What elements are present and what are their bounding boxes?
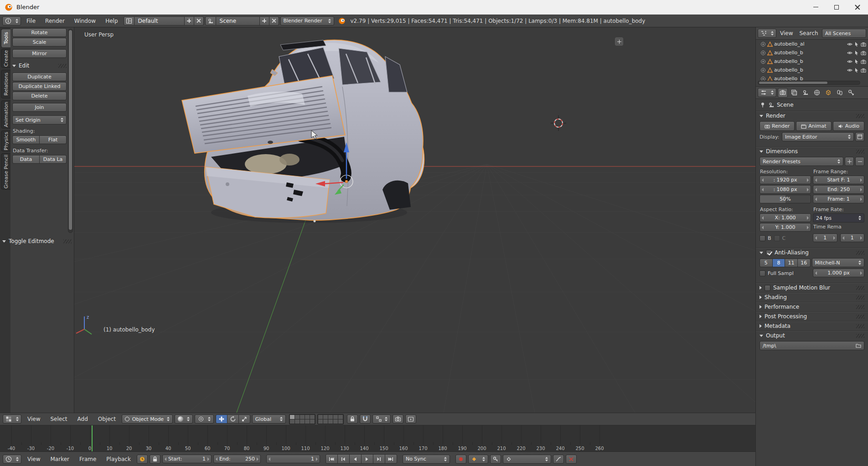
aa-samples-16-button[interactable]: 16: [797, 259, 811, 267]
outliner-scrollbar[interactable]: [758, 81, 860, 85]
sync-dropdown[interactable]: No Sync: [403, 455, 450, 464]
panel-grip[interactable]: [856, 251, 864, 255]
shelf-tab-tools[interactable]: Tools: [1, 29, 10, 48]
menu-help[interactable]: Help: [101, 16, 122, 26]
lock-to-scene-button[interactable]: [347, 414, 358, 424]
previous-keyframe-button[interactable]: [337, 454, 350, 464]
viewport-3d[interactable]: z User Persp (1) autobello_body: [74, 27, 755, 413]
panel-grip[interactable]: [856, 295, 864, 300]
keying-set-dropdown[interactable]: [468, 455, 488, 464]
render-section-header[interactable]: Render: [756, 111, 868, 120]
menu-file[interactable]: File: [22, 16, 40, 26]
visibility-eye-icon[interactable]: [847, 67, 852, 73]
post-processing-section-header[interactable]: Post Processing: [756, 312, 868, 321]
aspect-x-field[interactable]: X: 1.000: [760, 213, 811, 222]
jump-to-start-button[interactable]: [326, 454, 338, 464]
panel-grip[interactable]: [63, 239, 72, 243]
editor-type-button-info[interactable]: [2, 16, 21, 26]
outliner-scope-dropdown[interactable]: All Scenes: [822, 29, 866, 38]
duplicate-linked-button[interactable]: Duplicate Linked: [12, 82, 67, 91]
minimize-button[interactable]: [805, 0, 826, 14]
set-origin-dropdown[interactable]: Set Origin: [12, 115, 67, 124]
duplicate-button[interactable]: Duplicate: [12, 72, 67, 81]
shelf-tab-animation[interactable]: Animation: [1, 100, 10, 129]
tab-scene[interactable]: [801, 88, 811, 98]
outliner-item-name[interactable]: autobello_b: [774, 67, 846, 73]
frame-start-field[interactable]: Start: 1: [162, 455, 212, 463]
frame-end-field[interactable]: End: 250: [213, 455, 261, 463]
current-frame-indicator[interactable]: [92, 425, 93, 451]
frame-rate-dropdown[interactable]: 24 fps: [813, 213, 864, 223]
rotate-manipulator-button[interactable]: [227, 414, 239, 424]
renderability-icon[interactable]: [861, 67, 866, 73]
snap-element-dropdown[interactable]: [372, 414, 391, 424]
scrollbar-thumb[interactable]: [759, 82, 827, 84]
menu-view[interactable]: View: [23, 414, 44, 424]
menu-view[interactable]: View: [23, 455, 44, 464]
toolshelf-scrollbar[interactable]: [68, 29, 73, 233]
panel-grip[interactable]: [856, 334, 864, 338]
menu-select[interactable]: Select: [46, 414, 71, 424]
join-button[interactable]: Join: [12, 103, 67, 112]
panel-grip[interactable]: [58, 64, 67, 68]
checkbox-box[interactable]: [760, 235, 765, 241]
render-presets-dropdown[interactable]: Render Presets: [760, 157, 843, 166]
frame-step-field[interactable]: Frame: 1: [813, 195, 864, 203]
current-frame-field[interactable]: 1: [266, 455, 320, 463]
resolution-percentage-slider[interactable]: 50%: [760, 195, 811, 203]
aa-filter-dropdown[interactable]: Mitchell-N: [812, 258, 864, 267]
performance-section-header[interactable]: Performance: [756, 302, 868, 311]
menu-render[interactable]: Render: [41, 16, 69, 26]
shade-smooth-button[interactable]: Smooth: [12, 135, 40, 144]
pin-icon[interactable]: [760, 102, 766, 108]
anti-aliasing-checkbox[interactable]: [766, 250, 772, 256]
add-region-handle[interactable]: [615, 37, 623, 46]
render-animation-button[interactable]: Animat: [796, 121, 831, 131]
sampled-motion-blur-header[interactable]: Sampled Motion Blur: [756, 283, 868, 292]
insert-keyframe-button[interactable]: [490, 455, 501, 464]
layer-toggle[interactable]: [305, 415, 310, 419]
layer-toggle[interactable]: [295, 419, 300, 424]
tab-modifiers[interactable]: [846, 88, 856, 98]
pivot-point-dropdown[interactable]: [195, 414, 214, 424]
add-preset-button[interactable]: [845, 157, 854, 166]
render-engine-dropdown[interactable]: Blender Render: [280, 16, 334, 26]
layer-toggle[interactable]: [290, 419, 294, 424]
aa-samples-5-button[interactable]: 5: [760, 259, 773, 267]
layer-toggle[interactable]: [318, 415, 323, 419]
editor-type-button-3dview[interactable]: [3, 414, 21, 424]
layer-toggle[interactable]: [333, 415, 338, 419]
translate-manipulator-button[interactable]: [216, 414, 227, 424]
transform-orientation-dropdown[interactable]: Global: [252, 414, 286, 424]
menu-object[interactable]: Object: [94, 414, 120, 424]
remap-old-field[interactable]: 1: [813, 233, 837, 242]
car-model[interactable]: [182, 40, 424, 223]
layer-toggle[interactable]: [328, 419, 333, 424]
editor-type-button-outliner[interactable]: [758, 29, 776, 38]
resolution-x-field[interactable]: : 1920 px: [760, 176, 811, 184]
outliner-item[interactable]: autobello_b: [756, 57, 868, 66]
layer-toggle[interactable]: [323, 419, 328, 424]
display-dropdown[interactable]: Image Editor: [782, 132, 854, 141]
menu-frame[interactable]: Frame: [75, 455, 100, 464]
3d-cursor[interactable]: [551, 115, 566, 131]
tab-constraints[interactable]: [835, 88, 845, 98]
screen-layout-icon[interactable]: [124, 16, 134, 26]
selectability-icon[interactable]: [854, 67, 859, 73]
delete-button[interactable]: Delete: [12, 92, 67, 100]
aa-samples-8-button[interactable]: 8: [772, 259, 785, 267]
anti-aliasing-section-header[interactable]: Anti-Aliasing: [756, 248, 868, 257]
menu-view[interactable]: View: [777, 29, 796, 38]
selectability-icon[interactable]: [854, 50, 859, 56]
menu-search[interactable]: Search: [796, 29, 821, 38]
display-window-button[interactable]: [855, 132, 864, 141]
scale-button[interactable]: Scale: [12, 38, 67, 47]
close-layout-button[interactable]: [194, 16, 204, 26]
layer-toggle[interactable]: [300, 419, 305, 424]
menu-window[interactable]: Window: [70, 16, 100, 26]
output-path-field[interactable]: /tmp\: [760, 341, 864, 350]
crop-checkbox[interactable]: C: [774, 235, 786, 241]
selectability-icon[interactable]: [854, 59, 859, 64]
dimensions-section-header[interactable]: Dimensions: [756, 147, 868, 156]
scene-value[interactable]: Scene: [216, 16, 260, 26]
